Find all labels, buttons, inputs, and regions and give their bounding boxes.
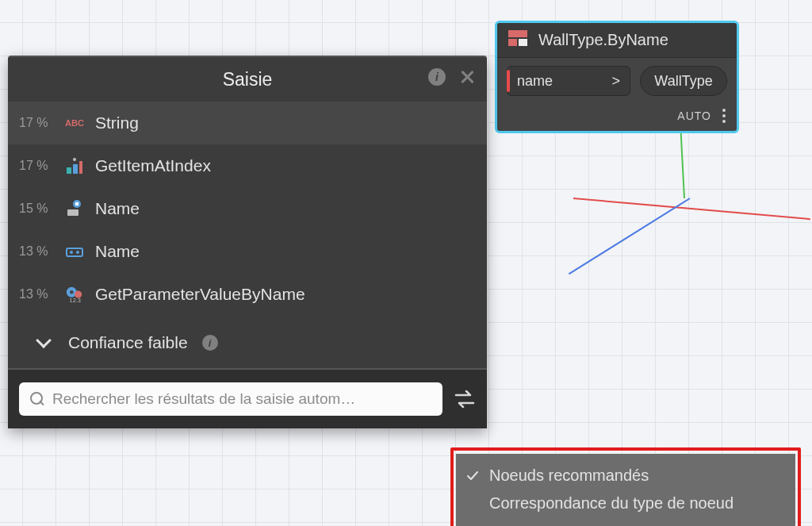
svg-rect-8: [67, 209, 79, 216]
check-icon: [465, 469, 480, 483]
result-row[interactable]: 17 %GetItemAtIndex: [8, 144, 487, 187]
result-row[interactable]: 17 %ABCString: [8, 102, 487, 144]
info-icon[interactable]: i: [428, 68, 446, 86]
close-icon[interactable]: [458, 68, 476, 86]
node-menu-icon[interactable]: [722, 109, 726, 123]
panel-title: Saisie: [8, 69, 487, 90]
node-title-bar[interactable]: WallType.ByName: [497, 23, 737, 58]
input-port-marker: >: [611, 73, 620, 90]
svg-point-13: [76, 251, 79, 254]
info-icon[interactable]: i: [202, 335, 218, 351]
svg-rect-5: [73, 164, 78, 174]
context-menu-item[interactable]: Correspondance du type de noeud: [456, 490, 795, 517]
node-walltype[interactable]: WallType.ByName name > WallType AUTO: [495, 21, 739, 133]
results-list: 17 %ABCString17 %GetItemAtIndex15 %Name1…: [8, 102, 487, 316]
section-label: Confiance faible: [68, 333, 188, 352]
svg-rect-6: [79, 161, 82, 174]
node-lacing[interactable]: AUTO: [677, 109, 711, 122]
svg-text:12.3: 12.3: [70, 297, 81, 304]
context-menu-item[interactable]: Noeuds recommandés: [456, 462, 795, 490]
abc-icon: ABC: [65, 113, 84, 132]
svg-point-12: [70, 251, 73, 254]
result-confidence: 15 %: [19, 202, 54, 216]
result-confidence: 13 %: [19, 287, 54, 301]
param-icon: [65, 242, 84, 261]
svg-rect-10: [75, 202, 79, 205]
autocomplete-panel: Saisie i 17 %ABCString17 %GetItemAtIndex…: [8, 56, 487, 428]
result-confidence: 17 %: [19, 116, 54, 130]
result-label: GetParameterValueByName: [95, 285, 305, 304]
search-placeholder: Rechercher les résultats de la saisie au…: [52, 390, 355, 408]
chevron-down-icon: [36, 332, 52, 348]
axis-x: [573, 198, 810, 220]
input-port-name[interactable]: name >: [507, 66, 630, 96]
context-menu-highlight: Noeuds recommandésCorrespondance du type…: [450, 447, 801, 526]
input-port-label: name: [517, 73, 553, 90]
result-confidence: 17 %: [19, 159, 54, 173]
panel-footer: Rechercher les résultats de la saisie au…: [8, 368, 487, 428]
result-row[interactable]: 13 %12.3GetParameterValueByName: [8, 273, 487, 316]
node-category-icon: [508, 30, 527, 50]
context-menu: Noeuds recommandésCorrespondance du type…: [456, 454, 795, 526]
output-port-walltype[interactable]: WallType: [640, 66, 727, 96]
tag-icon: [65, 199, 84, 218]
svg-rect-1: [508, 39, 517, 46]
low-confidence-section[interactable]: Confiance faible i: [8, 316, 487, 368]
svg-rect-2: [519, 39, 527, 46]
result-label: Name: [95, 242, 140, 261]
axis-y: [569, 198, 691, 275]
gear-num-icon: 12.3: [65, 285, 84, 304]
search-input[interactable]: Rechercher les résultats de la saisie au…: [19, 382, 442, 416]
node-title: WallType.ByName: [538, 31, 668, 49]
result-label: Name: [95, 199, 140, 218]
index-icon: [65, 156, 84, 175]
context-menu-label: Correspondance du type de noeud: [489, 494, 733, 513]
context-menu-label: Noeuds recommandés: [489, 466, 649, 485]
output-port-label: WallType: [654, 73, 712, 90]
svg-rect-4: [67, 167, 71, 174]
panel-header: Saisie i: [8, 57, 487, 102]
svg-text:ABC: ABC: [65, 118, 84, 128]
result-row[interactable]: 15 %Name: [8, 187, 487, 230]
result-row[interactable]: 13 %Name: [8, 230, 487, 273]
result-label: GetItemAtIndex: [95, 156, 211, 175]
toggle-mode-icon[interactable]: [454, 388, 476, 410]
svg-point-7: [73, 158, 76, 161]
result-confidence: 13 %: [19, 244, 54, 259]
search-icon: [30, 392, 44, 406]
svg-rect-11: [67, 248, 82, 256]
svg-point-15: [70, 290, 74, 294]
result-label: String: [95, 113, 139, 132]
svg-rect-0: [508, 30, 527, 37]
